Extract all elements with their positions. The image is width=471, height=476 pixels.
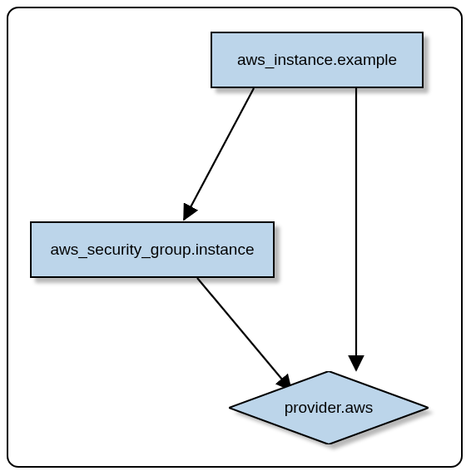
node-aws-security-group-instance: aws_security_group.instance: [30, 221, 275, 278]
edge-top-to-left: [184, 88, 254, 220]
node-label: aws_security_group.instance: [50, 240, 254, 259]
node-aws-instance-example: aws_instance.example: [211, 32, 424, 88]
node-label: aws_instance.example: [237, 51, 397, 69]
node-provider-aws: provider.aws: [229, 371, 429, 444]
node-label: provider.aws: [285, 399, 374, 417]
dependency-graph-frame: aws_instance.example aws_security_group.…: [7, 7, 463, 468]
